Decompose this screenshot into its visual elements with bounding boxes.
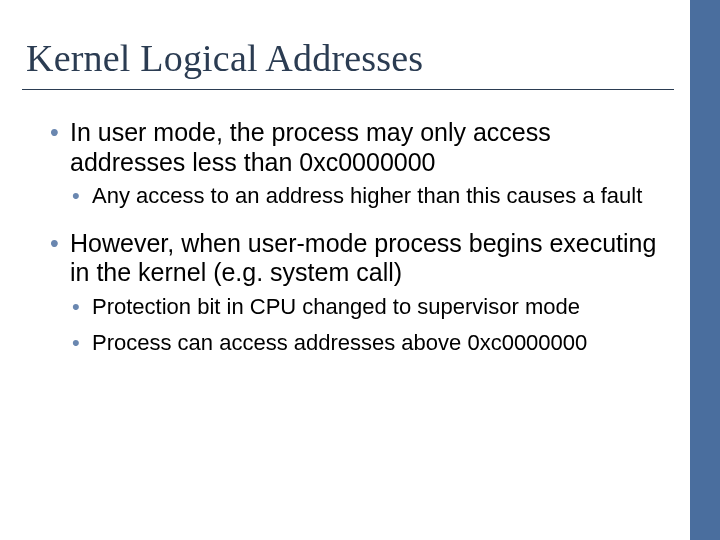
bullet-level1: • However, when user-mode process begins… <box>50 229 660 288</box>
bullet-text: Process can access addresses above 0xc00… <box>92 330 587 355</box>
slide-title: Kernel Logical Addresses <box>26 36 670 80</box>
bullet-level2: • Any access to an address higher than t… <box>72 183 660 209</box>
slide-body: • In user mode, the process may only acc… <box>50 118 660 366</box>
spacer <box>50 219 660 229</box>
bullet-text: In user mode, the process may only acces… <box>70 118 551 176</box>
bullet-icon: • <box>72 183 80 209</box>
bullet-icon: • <box>50 118 59 148</box>
bullet-level2: • Process can access addresses above 0xc… <box>72 330 660 356</box>
title-underline <box>22 89 674 90</box>
slide: Kernel Logical Addresses • In user mode,… <box>0 0 720 540</box>
bullet-icon: • <box>72 330 80 356</box>
bullet-icon: • <box>72 294 80 320</box>
bullet-text: However, when user-mode process begins e… <box>70 229 656 287</box>
bullet-icon: • <box>50 229 59 259</box>
bullet-text: Protection bit in CPU changed to supervi… <box>92 294 580 319</box>
bullet-level2: • Protection bit in CPU changed to super… <box>72 294 660 320</box>
accent-side-bar <box>690 0 720 540</box>
bullet-text: Any access to an address higher than thi… <box>92 183 642 208</box>
bullet-level1: • In user mode, the process may only acc… <box>50 118 660 177</box>
